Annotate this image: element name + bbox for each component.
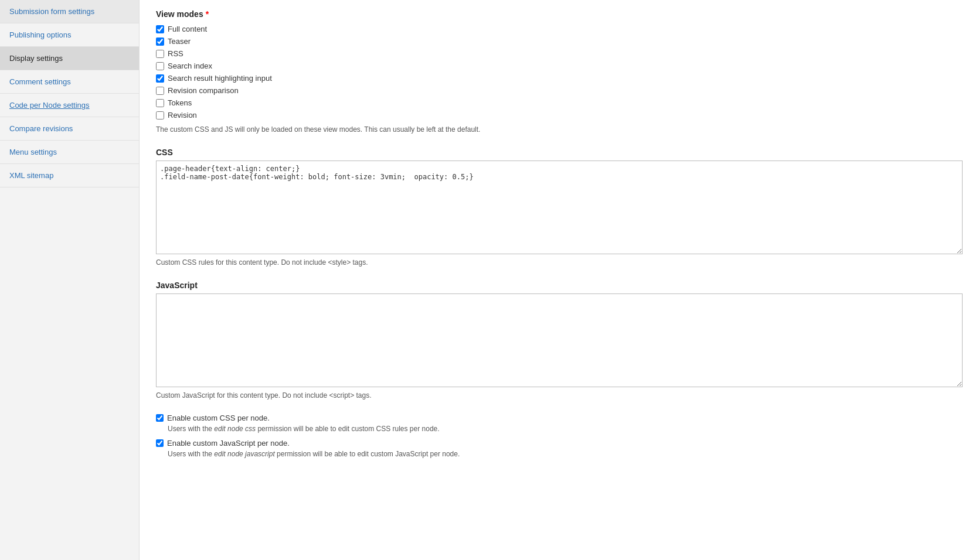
checkbox-label-teaser[interactable]: Teaser	[156, 37, 963, 46]
bottom-hint-enable-custom-js: Users with the edit node javascript perm…	[168, 450, 963, 458]
checkbox-search-index[interactable]	[156, 62, 164, 70]
bottom-hint-enable-custom-css: Users with the edit node css permission …	[168, 425, 963, 433]
sidebar: Submission form settingsPublishing optio…	[0, 0, 140, 560]
view-modes-section: View modes * Full contentTeaserRSSSearch…	[156, 9, 963, 134]
checkbox-label-search-index[interactable]: Search index	[156, 62, 963, 70]
css-label: CSS	[156, 148, 963, 157]
checkbox-tokens[interactable]	[156, 99, 164, 107]
checkbox-label-rss[interactable]: RSS	[156, 49, 963, 58]
sidebar-item-comment-settings[interactable]: Comment settings	[0, 70, 139, 94]
javascript-section: JavaScript Custom JavaScript for this co…	[156, 281, 963, 399]
view-modes-checkboxes: Full contentTeaserRSSSearch indexSearch …	[156, 25, 963, 119]
bottom-checkbox-enable-custom-js[interactable]	[156, 439, 164, 447]
checkbox-label-full-content[interactable]: Full content	[156, 25, 963, 33]
sidebar-item-display-settings[interactable]: Display settings	[0, 47, 139, 70]
checkbox-rss[interactable]	[156, 50, 164, 58]
bottom-check-label-enable-custom-js[interactable]: Enable custom JavaScript per node.	[156, 439, 963, 448]
javascript-hint: Custom JavaScript for this content type.…	[156, 391, 963, 399]
bottom-checkbox-text-enable-custom-js: Enable custom JavaScript per node.	[167, 439, 290, 448]
checkbox-label-revision-comparison[interactable]: Revision comparison	[156, 86, 963, 95]
bottom-check-group-enable-custom-js: Enable custom JavaScript per node.Users …	[156, 439, 963, 458]
sidebar-item-code-per-node-settings[interactable]: Code per Node settings	[0, 94, 139, 117]
checkbox-text-revision-comparison: Revision comparison	[168, 86, 239, 95]
checkbox-text-revision: Revision	[168, 111, 197, 119]
sidebar-item-compare-revisions[interactable]: Compare revisions	[0, 117, 139, 141]
bottom-checkbox-text-enable-custom-css: Enable custom CSS per node.	[167, 414, 270, 422]
checkbox-full-content[interactable]	[156, 25, 164, 33]
checkbox-text-rss: RSS	[168, 49, 183, 58]
checkbox-teaser[interactable]	[156, 37, 164, 46]
checkbox-text-tokens: Tokens	[168, 98, 192, 107]
css-hint: Custom CSS rules for this content type. …	[156, 258, 963, 267]
main-content: View modes * Full contentTeaserRSSSearch…	[140, 0, 979, 560]
checkbox-text-search-result-highlighting: Search result highlighting input	[168, 74, 272, 83]
javascript-label: JavaScript	[156, 281, 963, 290]
bottom-check-group-enable-custom-css: Enable custom CSS per node.Users with th…	[156, 414, 963, 433]
checkbox-label-tokens[interactable]: Tokens	[156, 98, 963, 107]
sidebar-item-xml-sitemap[interactable]: XML sitemap	[0, 164, 139, 187]
css-textarea[interactable]	[156, 161, 963, 254]
checkbox-text-teaser: Teaser	[168, 37, 191, 46]
bottom-options: Enable custom CSS per node.Users with th…	[156, 414, 963, 458]
bottom-check-label-enable-custom-css[interactable]: Enable custom CSS per node.	[156, 414, 963, 422]
checkbox-label-search-result-highlighting[interactable]: Search result highlighting input	[156, 74, 963, 83]
checkbox-search-result-highlighting[interactable]	[156, 74, 164, 83]
view-modes-label: View modes	[156, 9, 203, 19]
page-layout: Submission form settingsPublishing optio…	[0, 0, 979, 560]
checkbox-label-revision[interactable]: Revision	[156, 111, 963, 119]
checkbox-revision-comparison[interactable]	[156, 87, 164, 95]
checkbox-text-search-index: Search index	[168, 62, 212, 70]
css-section: CSS Custom CSS rules for this content ty…	[156, 148, 963, 267]
sidebar-item-submission-form-settings[interactable]: Submission form settings	[0, 0, 139, 23]
sidebar-item-publishing-options[interactable]: Publishing options	[0, 23, 139, 47]
checkbox-text-full-content: Full content	[168, 25, 207, 33]
sidebar-item-menu-settings[interactable]: Menu settings	[0, 141, 139, 164]
view-modes-hint: The custom CSS and JS will only be loade…	[156, 125, 963, 134]
required-star: *	[206, 9, 209, 19]
bottom-checkbox-enable-custom-css[interactable]	[156, 414, 164, 422]
javascript-textarea[interactable]	[156, 293, 963, 387]
checkbox-revision[interactable]	[156, 111, 164, 119]
view-modes-title: View modes *	[156, 9, 963, 19]
